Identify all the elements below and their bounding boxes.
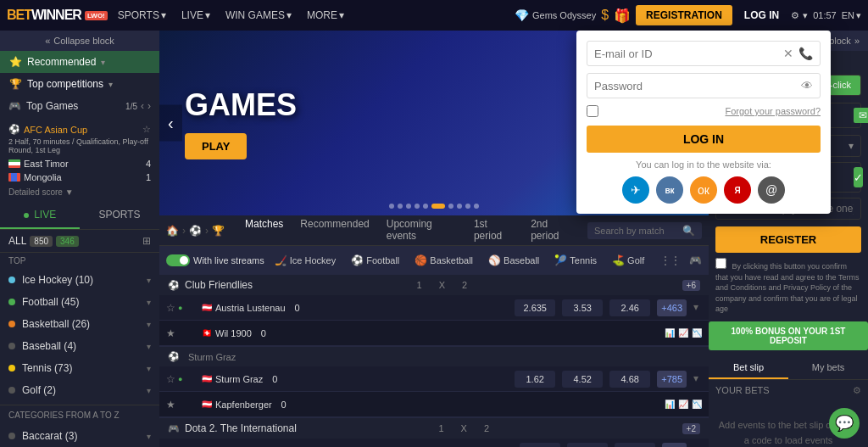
sport-item-tennis[interactable]: Tennis (73) ▾: [0, 357, 159, 379]
filter-icon[interactable]: ⊞: [142, 235, 151, 247]
star-fav-icon[interactable]: ☆: [142, 124, 151, 135]
tab-sports[interactable]: SPORTS: [80, 202, 159, 229]
away-team[interactable]: Wil 1900: [215, 328, 252, 338]
search-icon[interactable]: 🔍: [682, 225, 695, 237]
match-fav-sturm[interactable]: ☆: [166, 373, 178, 385]
sturm-odds-2[interactable]: 4.68: [609, 371, 650, 388]
sport-item-basketball[interactable]: Basketball (26) ▾: [0, 313, 159, 335]
odds-x[interactable]: 3.53: [562, 299, 603, 316]
kapf-team[interactable]: Kapfenberger: [215, 400, 272, 410]
tab-matches[interactable]: Matches: [236, 213, 292, 249]
sports-icon[interactable]: ⚽: [189, 225, 202, 237]
banner-dot-4[interactable]: [415, 204, 420, 209]
collapse-block-button[interactable]: « Collapse block: [0, 31, 159, 51]
extra-markets[interactable]: +6: [682, 280, 700, 291]
password-input[interactable]: [594, 80, 796, 92]
gaimin-extra[interactable]: +13: [662, 443, 687, 448]
email-login-button[interactable]: @: [758, 176, 785, 204]
gaimin-odds-2[interactable]: -: [615, 443, 655, 448]
dota-extra-markets[interactable]: +2: [682, 423, 700, 434]
gift-icon[interactable]: 🎁: [614, 8, 631, 24]
banner-play-button[interactable]: PLAY: [185, 133, 247, 159]
banner-dot-10[interactable]: [474, 204, 479, 209]
banner-dot-2[interactable]: [398, 204, 403, 209]
telegram-login-button[interactable]: ✈: [622, 176, 649, 204]
live-streams-toggle[interactable]: With live streams: [166, 254, 264, 266]
sport-item-ice-hockey[interactable]: Ice Hockey (10) ▾: [0, 269, 159, 291]
tab-live[interactable]: LIVE: [0, 202, 80, 229]
banner-dot-3[interactable]: [406, 204, 411, 209]
clear-icon[interactable]: ✕: [783, 47, 793, 60]
gaimin-odds-x[interactable]: -: [567, 443, 608, 448]
tab-bet-slip[interactable]: Bet slip: [709, 357, 788, 379]
banner-dot-5[interactable]: [423, 204, 428, 209]
kapf-stat-3[interactable]: 📉: [692, 400, 702, 409]
nav-sports[interactable]: SPORTS ▾: [113, 9, 171, 21]
tab-my-bets[interactable]: My bets: [788, 357, 868, 379]
tab-1st-period[interactable]: 1st period: [465, 213, 522, 249]
bets-gear-icon[interactable]: ⚙: [853, 385, 861, 396]
expand-gaimin[interactable]: ▾: [690, 443, 702, 448]
live-chat-button[interactable]: 💬: [829, 408, 860, 439]
phone-icon[interactable]: 📞: [798, 47, 813, 60]
match-fav-icon-2[interactable]: ★: [166, 327, 178, 339]
odds-2[interactable]: 2.46: [609, 299, 650, 316]
sport-item-golf[interactable]: Golf (2) ▾: [0, 379, 159, 401]
detailed-score-button[interactable]: Detailed score ▼: [5, 186, 154, 198]
filter-baseball[interactable]: ⚾ Baseball: [483, 252, 544, 269]
tab-upcoming-events[interactable]: Upcoming events: [378, 213, 465, 249]
stat-icon-3[interactable]: 📉: [692, 328, 702, 338]
nav-live[interactable]: LIVE ▾: [176, 9, 215, 21]
lang-selector[interactable]: EN▾: [842, 10, 861, 21]
home-team[interactable]: Austria Lustenau: [215, 303, 286, 313]
nav-win-games[interactable]: WIN GAMES ▾: [220, 9, 297, 21]
sturm-odds-1[interactable]: 1.62: [515, 371, 555, 388]
more-sports-icon[interactable]: ⋮⋮: [660, 254, 681, 266]
extra-markets-btn[interactable]: +463: [657, 299, 687, 316]
expand-match[interactable]: ▾: [690, 299, 702, 316]
prev-page-icon[interactable]: ‹: [141, 100, 144, 112]
filter-basketball[interactable]: 🏀 Basketball: [409, 252, 478, 269]
next-page-icon[interactable]: ›: [147, 100, 151, 112]
terms-checkbox[interactable]: [715, 258, 726, 269]
registration-button[interactable]: REGISTRATION: [636, 5, 732, 25]
nav-more[interactable]: MORE ▾: [302, 9, 349, 21]
yandex-login-button[interactable]: Я: [724, 176, 751, 204]
email-input[interactable]: [594, 47, 778, 60]
filter-golf[interactable]: ⛳ Golf: [607, 252, 649, 269]
odds-1[interactable]: 2.635: [515, 299, 555, 316]
login-button[interactable]: LOG IN: [737, 5, 786, 25]
register-button[interactable]: REGISTER: [715, 226, 861, 253]
sport-item-football[interactable]: Football (45) ▾: [0, 291, 159, 313]
dollar-icon[interactable]: $: [601, 8, 609, 23]
sturm-extra[interactable]: +785: [657, 371, 687, 388]
filter-ice-hockey[interactable]: 🏒 Ice Hockey: [270, 252, 341, 269]
kapf-stat-1[interactable]: 📊: [665, 400, 675, 409]
search-match-input[interactable]: [594, 226, 679, 236]
eye-icon[interactable]: 👁: [801, 79, 813, 92]
gamepad-filter-icon[interactable]: 🎮: [689, 254, 702, 266]
sidebar-item-top-competitions[interactable]: 🏆 Top competitions ▾: [0, 73, 159, 95]
sturm-home-team[interactable]: Sturm Graz: [215, 374, 263, 384]
tab-recommended[interactable]: Recommended: [292, 213, 377, 249]
banner-dot-6[interactable]: [431, 204, 445, 209]
banner-dot-1[interactable]: [389, 204, 394, 209]
home-icon[interactable]: 🏠: [166, 225, 179, 237]
trophy-icon[interactable]: 🏆: [212, 225, 225, 237]
banner-dot-9[interactable]: [465, 204, 470, 209]
match-fav-icon[interactable]: ☆: [166, 302, 178, 314]
filter-football[interactable]: ⚽ Football: [346, 252, 404, 269]
forgot-password-link[interactable]: Forgot your password?: [726, 106, 821, 116]
toggle-switch[interactable]: [166, 254, 190, 266]
settings-area[interactable]: ⚙▾: [791, 10, 808, 21]
ok-login-button[interactable]: ок: [690, 176, 717, 204]
kapf-stat-2[interactable]: 📈: [678, 400, 688, 409]
logo[interactable]: BETWINNER LWO!: [7, 8, 108, 23]
sport-item-baseball[interactable]: Baseball (4) ▾: [0, 335, 159, 357]
gaimin-odds-1[interactable]: -: [520, 443, 560, 448]
login-submit-button[interactable]: LOG IN: [587, 126, 821, 153]
email-send-icon[interactable]: ✉: [854, 108, 868, 123]
banner-dot-7[interactable]: [448, 204, 453, 209]
kapf-fav[interactable]: ★: [166, 399, 178, 411]
vk-login-button[interactable]: вк: [656, 176, 683, 204]
